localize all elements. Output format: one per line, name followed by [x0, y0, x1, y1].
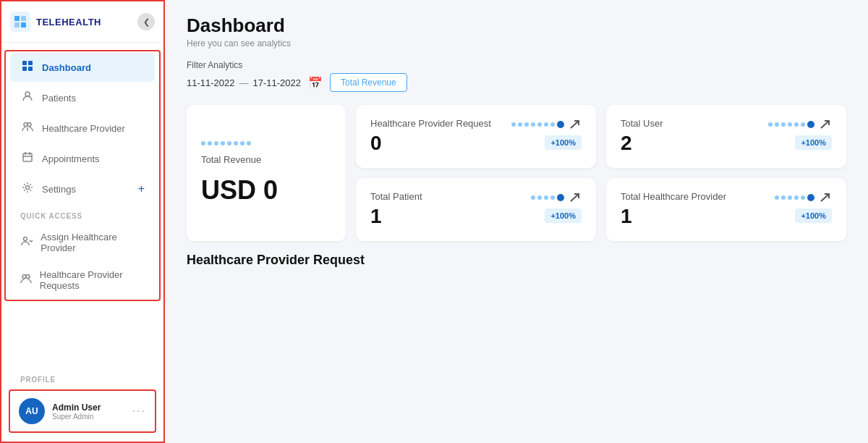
svg-rect-1: [21, 16, 26, 21]
trend-icon-total-user: [819, 118, 832, 131]
filter-label: Filter Analytics: [187, 60, 846, 70]
sidebar-item-dashboard-label: Dashboard: [42, 62, 91, 73]
svg-point-15: [26, 275, 30, 279]
svg-rect-6: [22, 67, 27, 71]
bottom-section-heading: Healthcare Provider Request: [187, 253, 846, 268]
avatar: AU: [19, 398, 45, 424]
collapse-button[interactable]: ❮: [137, 13, 155, 30]
sidebar-item-hp-requests-label: Healthcare Provider Requests: [40, 269, 145, 291]
sidebar-item-healthcare-provider-label: Healthcare Provider: [42, 123, 125, 134]
stat-left-user: Total User 2: [621, 118, 663, 155]
stat-badge-total-patient: +100%: [545, 208, 582, 223]
stat-value-total-patient: 1: [370, 205, 422, 228]
svg-rect-3: [21, 22, 26, 28]
stats-grid: Healthcare Provider Request 0 +100%: [356, 105, 846, 241]
stat-badge-total-hp: +100%: [795, 208, 832, 223]
date-dash: —: [239, 77, 249, 88]
svg-point-10: [27, 123, 31, 127]
sidebar-item-settings[interactable]: Settings +: [10, 174, 155, 203]
total-patient-dots: [531, 194, 564, 201]
sidebar-item-patients-label: Patients: [42, 93, 76, 104]
revenue-label: Total Revenue: [201, 154, 331, 165]
stat-left-hp: Total Healthcare Provider 1: [621, 191, 726, 228]
stat-left-patient: Total Patient 1: [370, 191, 422, 228]
profile-role: Super Admin: [52, 413, 125, 421]
date-to: 17-11-2022: [253, 77, 302, 88]
stat-card-total-user: Total User 2 +100%: [606, 105, 846, 168]
profile-info: Admin User Super Admin: [52, 402, 125, 421]
stat-value-hp-request: 0: [370, 132, 491, 155]
main-content: Dashboard Here you can see analytics Fil…: [165, 0, 868, 443]
healthcare-provider-icon: [20, 121, 35, 135]
stat-badge-total-user: +100%: [795, 135, 832, 150]
appointments-icon: [20, 151, 35, 166]
stat-inner-hp: Total Healthcare Provider 1 +100%: [621, 191, 832, 228]
stat-label-total-user: Total User: [621, 118, 663, 129]
settings-plus-icon[interactable]: +: [138, 182, 145, 195]
settings-icon: [20, 182, 35, 196]
sidebar-item-dashboard[interactable]: Dashboard: [10, 53, 155, 82]
sidebar-item-healthcare-provider[interactable]: Healthcare Provider: [10, 114, 155, 143]
sidebar-header: TELEHEALTH ❮: [1, 1, 163, 43]
logo-icon: [10, 12, 30, 32]
profile-name: Admin User: [52, 402, 125, 413]
sidebar-item-assign-hp-label: Assign Healthcare Provider: [41, 232, 145, 253]
sidebar-item-appointments[interactable]: Appointments: [10, 144, 155, 173]
svg-rect-5: [28, 61, 33, 65]
stat-value-total-hp: 1: [621, 205, 726, 228]
calendar-icon[interactable]: 📅: [308, 76, 323, 90]
trend-icon-hp-request: [569, 118, 582, 131]
total-user-dots: [768, 121, 814, 128]
stat-chart-total-patient: +100%: [531, 191, 582, 223]
sidebar-item-hp-requests[interactable]: Healthcare Provider Requests: [10, 262, 155, 298]
stats-section: Total Revenue USD 0 Healthcare Provider …: [187, 105, 846, 241]
stat-label-total-patient: Total Patient: [370, 191, 422, 202]
sidebar-item-patients[interactable]: Patients: [10, 83, 155, 112]
stat-inner-patient: Total Patient 1 +100%: [370, 191, 582, 228]
sidebar-item-assign-hp[interactable]: Assign Healthcare Provider: [10, 224, 155, 261]
revenue-dot-chart: [201, 141, 251, 145]
profile-menu-button[interactable]: ···: [132, 405, 146, 418]
profile-section-label: PROFILE: [6, 368, 159, 387]
svg-rect-0: [14, 16, 20, 21]
page-title: Dashboard: [187, 14, 846, 37]
stat-chart-total-hp: +100%: [775, 191, 832, 223]
stat-label-total-hp: Total Healthcare Provider: [621, 191, 726, 202]
svg-point-13: [24, 237, 27, 241]
trend-icon-total-patient: [569, 191, 582, 204]
sidebar-item-settings-label: Settings: [42, 184, 76, 195]
quick-access-label: QUICK ACCESS: [6, 205, 159, 223]
stat-card-total-patient: Total Patient 1 +100%: [356, 178, 596, 241]
stat-card-total-hp: Total Healthcare Provider 1 +100%: [606, 178, 846, 241]
filter-section: Filter Analytics 11-11-2022 — 17-11-2022…: [187, 60, 846, 92]
svg-point-8: [25, 92, 30, 96]
date-from: 11-11-2022: [187, 77, 235, 88]
hp-request-dots: [511, 121, 564, 128]
svg-rect-11: [23, 153, 32, 161]
patients-icon: [20, 90, 35, 105]
filter-total-revenue-button[interactable]: Total Revenue: [330, 73, 407, 92]
stat-value-total-user: 2: [621, 132, 663, 155]
stat-label-hp-request: Healthcare Provider Request: [370, 118, 491, 129]
logo-text: TELEHEALTH: [36, 17, 101, 28]
hp-requests-icon: [20, 273, 33, 287]
revenue-card: Total Revenue USD 0: [187, 105, 346, 241]
stat-inner: Healthcare Provider Request 0 +100%: [370, 118, 582, 155]
svg-rect-2: [14, 22, 20, 28]
stat-badge-hp-request: +100%: [545, 135, 582, 150]
stat-left: Healthcare Provider Request 0: [370, 118, 491, 155]
stat-card-hp-request: Healthcare Provider Request 0 +100%: [356, 105, 596, 168]
dashboard-icon: [20, 60, 35, 75]
svg-rect-7: [28, 67, 33, 71]
stat-chart-hp-request: +100%: [511, 118, 582, 150]
sidebar-navigation: Dashboard Patients Healthcare Provider A…: [1, 43, 163, 366]
date-range: 11-11-2022 — 17-11-2022: [187, 77, 301, 88]
nav-selection-box: Dashboard Patients Healthcare Provider A…: [4, 50, 161, 301]
svg-point-12: [26, 186, 30, 190]
stat-chart-total-user: +100%: [768, 118, 832, 150]
sidebar-item-appointments-label: Appointments: [42, 153, 100, 164]
sidebar: TELEHEALTH ❮ Dashboard Patients: [0, 0, 165, 443]
trend-icon-total-hp: [819, 191, 832, 204]
page-subtitle: Here you can see analytics: [187, 38, 846, 48]
logo-area: TELEHEALTH: [10, 12, 101, 32]
